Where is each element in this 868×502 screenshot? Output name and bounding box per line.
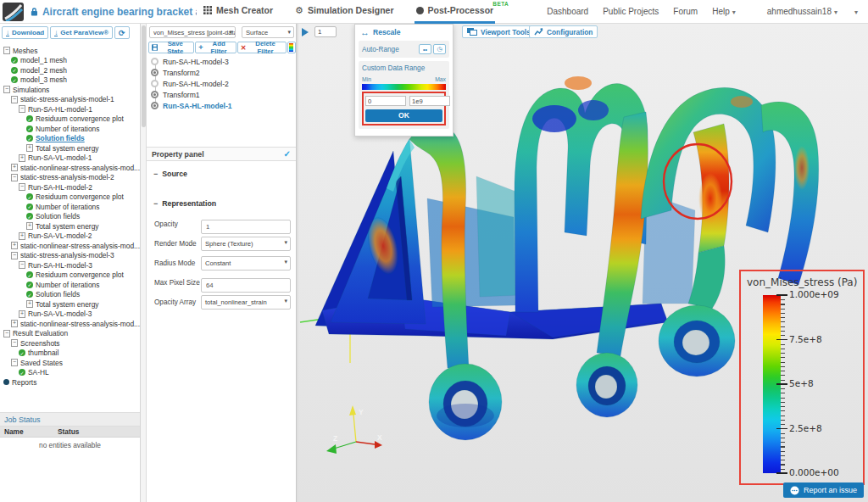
colormap-button[interactable] (287, 42, 296, 53)
radius-mode-select[interactable]: Constant (201, 256, 291, 271)
tree-item-icon[interactable] (11, 243, 18, 249)
tree-item-icon[interactable] (19, 310, 25, 317)
tree-item[interactable]: static-nonlinear-stress-analysis-mod... (0, 241, 140, 251)
tree-item[interactable]: SA-HL (0, 368, 140, 378)
report-issue-button[interactable]: Report an issue (783, 482, 864, 498)
tree-item[interactable]: Run-SA-HL-model-2 (0, 182, 140, 192)
apply-check-icon[interactable]: ✓ (284, 149, 291, 159)
tree-item[interactable]: Total system energy (0, 299, 140, 310)
tree-item-icon[interactable] (11, 340, 18, 347)
tree-item[interactable]: Solution fields (0, 134, 140, 144)
extra-dropdown[interactable] (852, 7, 858, 16)
tree-item[interactable]: Total system energy (0, 221, 140, 231)
tree-item-icon[interactable] (3, 86, 10, 93)
tree-item[interactable]: thumbnail (0, 349, 140, 359)
tree-item-icon[interactable] (26, 115, 33, 122)
save-state-button[interactable]: Save State (148, 42, 194, 53)
user-menu[interactable]: ahmedhussain18 (767, 7, 837, 16)
tree-item-icon[interactable] (11, 321, 18, 327)
tree-item-icon[interactable] (11, 57, 18, 64)
tree-item[interactable]: Saved States (0, 358, 140, 368)
tree-item[interactable]: model_3 mesh (0, 75, 140, 86)
pipeline-item[interactable]: Run-SA-HL-model-2 (147, 78, 296, 89)
pipeline-item[interactable]: Run-SA-HL-model-1 (147, 100, 296, 111)
refresh-button[interactable]: ⟳ (114, 26, 130, 39)
tree-item-icon[interactable] (19, 262, 25, 269)
tab-simulation-designer[interactable]: ⚙ Simulation Designer (293, 0, 395, 24)
sidebar-scrollbar[interactable] (141, 24, 147, 502)
download-button[interactable]: ↓ Download (2, 26, 48, 39)
tree-item[interactable]: static-stress-analysis-model-3 (0, 251, 140, 261)
tree-item[interactable]: Number of iterations (0, 280, 140, 290)
auto-range-current-button[interactable]: •• (419, 44, 431, 54)
representation-select[interactable]: Surface (242, 26, 294, 38)
nav-link-dashboard[interactable]: Dashboard (547, 7, 588, 16)
tree-item[interactable]: Run-SA-HL-model-1 (0, 104, 140, 114)
pipeline-item[interactable]: Transform2 (147, 67, 296, 78)
visibility-indicator-icon[interactable] (151, 102, 159, 109)
tree-item[interactable]: Residuum convergence plot (0, 114, 140, 125)
tree-item[interactable]: Solution fields (0, 212, 140, 222)
tree-item-icon[interactable] (26, 145, 33, 152)
tree-item[interactable]: Run-SA-VL-model-3 (0, 310, 140, 320)
nav-link-public-projects[interactable]: Public Projects (603, 7, 659, 16)
section-representation[interactable]: Representation (153, 199, 216, 208)
visibility-indicator-icon[interactable] (151, 80, 159, 87)
range-min-input[interactable] (365, 96, 406, 106)
tree-item[interactable]: Screenshots (0, 338, 140, 349)
tree-item[interactable]: model_2 mesh (0, 65, 140, 75)
tree-item-icon[interactable] (26, 213, 33, 220)
tree-item-icon[interactable] (26, 271, 33, 278)
tree-item[interactable]: Number of iterations (0, 202, 140, 212)
tree-item-icon[interactable] (19, 232, 25, 239)
tree-item[interactable]: static-nonlinear-stress-analysis-mod... (0, 163, 140, 173)
delete-filter-button[interactable]: ✕ Delete Filter (237, 42, 287, 53)
tree-item[interactable]: static-stress-analysis-model-1 (0, 95, 140, 105)
viewport-tools-button[interactable]: Viewport Tools (462, 25, 536, 38)
visibility-indicator-icon[interactable] (151, 91, 159, 98)
tree-item-icon[interactable] (26, 282, 33, 288)
tree-item-icon[interactable] (26, 204, 33, 210)
tree-item[interactable]: Solution fields (0, 290, 140, 300)
simscale-logo-icon[interactable] (3, 3, 24, 21)
max-pixel-size-input[interactable] (201, 278, 291, 293)
frame-number-input[interactable] (314, 26, 337, 37)
auto-range-time-button[interactable]: ◷ (433, 44, 446, 54)
get-paraview-button[interactable]: ↓ Get ParaView® (50, 26, 113, 39)
pipeline-item[interactable]: Transform1 (147, 89, 296, 100)
configuration-button[interactable]: Configuration (529, 25, 598, 38)
tree-item[interactable]: Simulations (0, 85, 140, 95)
tree-item[interactable]: Result Evaluation (0, 329, 140, 339)
tree-item-icon[interactable] (26, 126, 33, 132)
section-source[interactable]: Source (153, 170, 187, 178)
render-mode-select[interactable]: Sphere (Texture) (201, 237, 291, 251)
tree-item-icon[interactable] (26, 291, 33, 298)
tree-item[interactable]: Run-SA-VL-model-1 (0, 153, 140, 164)
tree-item-icon[interactable] (26, 135, 33, 142)
play-button[interactable] (302, 26, 312, 37)
nav-link-forum[interactable]: Forum (673, 7, 698, 16)
tree-item-icon[interactable] (3, 330, 10, 337)
tree-item-icon[interactable] (26, 301, 33, 308)
tree-item-icon[interactable] (11, 165, 18, 171)
tree-item-icon[interactable] (26, 223, 33, 230)
tree-item[interactable]: Reports (0, 377, 140, 388)
tree-item-icon[interactable] (3, 379, 9, 385)
opacity-input[interactable] (201, 220, 291, 234)
tree-item[interactable]: Total system energy (0, 143, 140, 153)
tree-item-icon[interactable] (3, 47, 10, 54)
tree-item-icon[interactable] (26, 193, 33, 200)
add-filter-button[interactable]: + Add Filter (195, 42, 236, 53)
tree-item-icon[interactable] (11, 96, 18, 103)
tree-item-icon[interactable] (19, 369, 25, 376)
tree-item-icon[interactable] (11, 360, 18, 366)
tree-item[interactable]: Run-SA-VL-model-2 (0, 231, 140, 242)
field-select[interactable]: von_Mises_stress [point-data] (149, 26, 236, 38)
tree-item[interactable]: Run-SA-HL-model-3 (0, 260, 140, 271)
opacity-array-select[interactable]: total_nonlinear_strain (201, 295, 291, 310)
tree-item-icon[interactable] (19, 349, 25, 356)
range-max-input[interactable] (409, 96, 450, 106)
pipeline-item[interactable]: Run-SA-HL-model-3 (147, 56, 296, 67)
tree-item-icon[interactable] (11, 67, 18, 74)
tree-item[interactable]: Residuum convergence plot (0, 271, 140, 281)
